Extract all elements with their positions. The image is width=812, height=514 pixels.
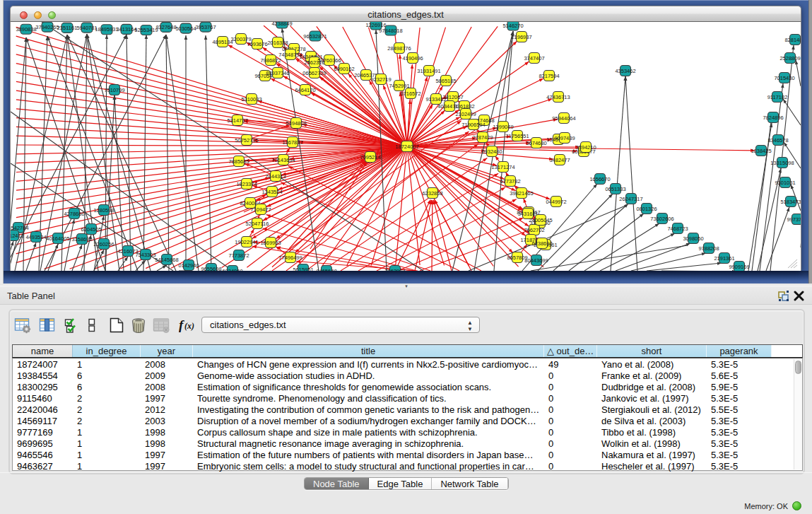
svg-text:f: f — [179, 317, 184, 332]
svg-text:2351161: 2351161 — [57, 25, 78, 31]
svg-text:1838425: 1838425 — [751, 148, 771, 154]
svg-text:9097439: 9097439 — [554, 135, 575, 141]
svg-text:9117182: 9117182 — [767, 94, 788, 100]
svg-text:6934060: 6934060 — [222, 268, 242, 271]
svg-text:0932480: 0932480 — [481, 148, 502, 155]
svg-text:13171274: 13171274 — [491, 164, 514, 170]
svg-text:4278680: 4278680 — [64, 211, 84, 217]
svg-text:13315098: 13315098 — [770, 160, 794, 166]
svg-text:0142940: 0142940 — [178, 262, 199, 269]
svg-text:7543303: 7543303 — [135, 252, 155, 258]
svg-text:37940265: 37940265 — [35, 24, 59, 30]
svg-text:5314737: 5314737 — [227, 117, 247, 124]
svg-text:7468723: 7468723 — [667, 226, 688, 232]
svg-text:1823374: 1823374 — [236, 181, 257, 187]
svg-text:6204505: 6204505 — [81, 226, 101, 233]
svg-text:0651333: 0651333 — [605, 186, 625, 192]
svg-text:52553419: 52553419 — [134, 27, 158, 33]
svg-text:18495931: 18495931 — [95, 26, 118, 33]
svg-text:88937346: 88937346 — [266, 70, 289, 76]
svg-text:8327648: 8327648 — [155, 24, 176, 30]
svg-text:7444313: 7444313 — [265, 173, 286, 180]
svg-text:71906594: 71906594 — [461, 122, 485, 128]
svg-text:7095214: 7095214 — [360, 154, 380, 160]
svg-text:3158692: 3158692 — [71, 236, 92, 243]
svg-text:7662702: 7662702 — [524, 227, 544, 233]
svg-text:58760366: 58760366 — [317, 57, 341, 64]
svg-text:18724007: 18724007 — [395, 144, 418, 150]
svg-text:3747407: 3747407 — [524, 55, 544, 62]
svg-text:8281489: 8281489 — [784, 37, 801, 43]
svg-text:3431611: 3431611 — [518, 211, 539, 217]
svg-text:2787429: 2787429 — [472, 134, 493, 141]
svg-text:9973763: 9973763 — [787, 216, 801, 223]
svg-text:4493534: 4493534 — [25, 234, 46, 240]
svg-text:6232858: 6232858 — [422, 190, 442, 197]
svg-text:28498776: 28498776 — [387, 45, 411, 52]
svg-text:1367837: 1367837 — [282, 139, 302, 146]
svg-text:9232719: 9232719 — [370, 76, 391, 83]
svg-text:8412411: 8412411 — [11, 233, 23, 239]
svg-text:2196937: 2196937 — [511, 34, 531, 40]
svg-text:2191361: 2191361 — [714, 255, 734, 262]
svg-text:9301031: 9301031 — [775, 180, 795, 186]
svg-text:1280598: 1280598 — [93, 207, 114, 214]
svg-text:2528809: 2528809 — [779, 55, 800, 62]
svg-text:80443699: 80443699 — [524, 257, 548, 264]
svg-text:4238849: 4238849 — [271, 22, 292, 27]
svg-text:3890838: 3890838 — [16, 26, 36, 33]
svg-text:2260256: 2260256 — [93, 241, 114, 247]
svg-text:3953767: 3953767 — [195, 24, 216, 30]
svg-text:1343524: 1343524 — [261, 189, 282, 195]
svg-text:7693676: 7693676 — [247, 41, 267, 47]
svg-text:50752735: 50752735 — [235, 137, 258, 144]
svg-text:70143634: 70143634 — [271, 157, 295, 163]
svg-text:6990162: 6990162 — [334, 66, 354, 72]
svg-text:5674680: 5674680 — [526, 140, 546, 146]
svg-text:97848018: 97848018 — [379, 28, 402, 34]
svg-text:2812067: 2812067 — [442, 94, 463, 100]
svg-text:73602606: 73602606 — [650, 216, 673, 222]
svg-text:8465648: 8465648 — [316, 268, 336, 271]
svg-text:5865185: 5865185 — [435, 78, 456, 84]
svg-text:3482477: 3482477 — [549, 157, 570, 163]
svg-text:9655698: 9655698 — [201, 266, 221, 271]
svg-text:6464170: 6464170 — [295, 87, 315, 93]
svg-text:5030564: 5030564 — [175, 25, 196, 32]
svg-text:7824896: 7824896 — [763, 115, 783, 121]
svg-text:24005045: 24005045 — [529, 217, 552, 223]
svg-text:31931491: 31931491 — [417, 68, 440, 74]
svg-text:52047116: 52047116 — [246, 221, 269, 227]
svg-text:6773782: 6773782 — [500, 178, 520, 185]
svg-text:6238692: 6238692 — [531, 240, 552, 247]
svg-text:7109477: 7109477 — [250, 206, 271, 213]
svg-text:(x): (x) — [184, 321, 194, 331]
svg-text:5615951: 5615951 — [293, 267, 313, 271]
svg-text:1399049: 1399049 — [493, 124, 513, 130]
svg-text:9788208: 9788208 — [698, 245, 719, 252]
svg-text:8217594: 8217594 — [539, 73, 559, 79]
svg-text:1869993: 1869993 — [260, 240, 281, 246]
svg-text:7986872: 7986872 — [260, 57, 281, 64]
svg-text:4895134: 4895134 — [212, 39, 233, 45]
svg-text:39821465: 39821465 — [510, 190, 533, 197]
svg-text:0801326: 0801326 — [636, 206, 657, 212]
svg-text:5940781: 5940781 — [76, 25, 97, 31]
svg-text:71756551: 71756551 — [505, 133, 529, 139]
svg-text:0449972: 0449972 — [546, 199, 566, 205]
svg-text:5183473: 5183473 — [780, 199, 801, 205]
svg-text:9909169: 9909169 — [729, 264, 749, 270]
svg-text:4190496: 4190496 — [402, 55, 423, 62]
svg-text:40164005: 40164005 — [46, 235, 69, 242]
svg-text:5310033: 5310033 — [241, 96, 261, 103]
svg-text:3098050: 3098050 — [683, 235, 703, 242]
svg-text:7885685: 7885685 — [228, 158, 249, 165]
svg-text:54145868: 54145868 — [155, 257, 178, 263]
svg-text:7452991: 7452991 — [389, 83, 409, 89]
svg-text:77496499: 77496499 — [278, 255, 302, 261]
svg-text:2016328: 2016328 — [267, 40, 288, 46]
svg-text:26247317: 26247317 — [619, 196, 642, 202]
svg-text:3394210: 3394210 — [575, 144, 596, 151]
svg-text:1656670: 1656670 — [589, 176, 610, 182]
svg-text:96532871: 96532871 — [303, 33, 326, 40]
